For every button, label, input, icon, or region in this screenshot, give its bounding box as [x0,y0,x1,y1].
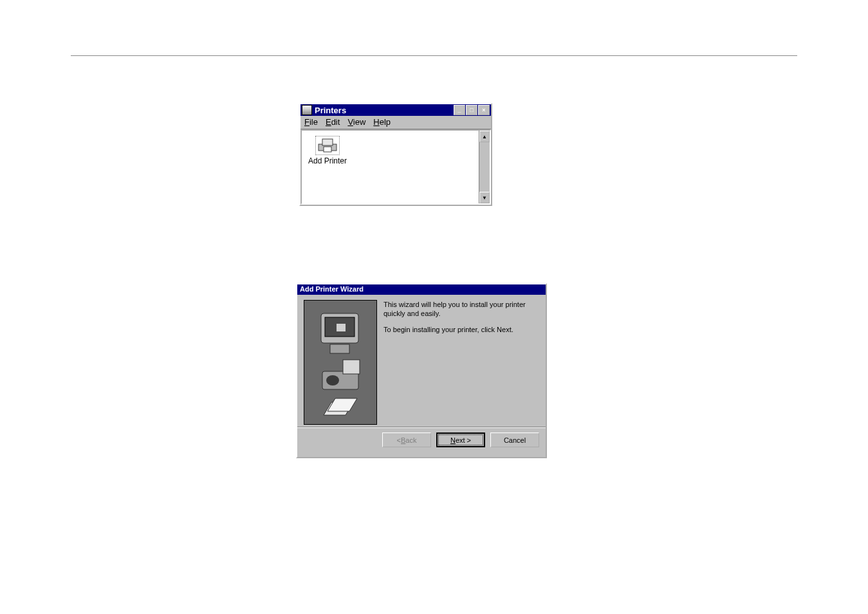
scroll-down-button[interactable]: ▼ [479,192,490,203]
wizard-button-row: < Back Next > Cancel [297,427,546,447]
printers-window: Printers _ □ × File Edit View Help [299,103,492,206]
menu-file[interactable]: File [304,117,318,127]
add-printer-label: Add Printer [308,156,347,165]
svg-rect-1 [322,139,333,145]
svg-rect-9 [343,360,360,374]
printers-menu-bar: File Edit View Help [300,116,491,129]
wizard-body-text: This wizard will help you to install you… [383,300,539,423]
add-printer-icon [315,136,340,155]
add-printer-item[interactable]: Add Printer [302,131,353,203]
page-header-rule [71,55,797,56]
add-printer-wizard-dialog: Add Printer Wizard [296,283,547,458]
cancel-button[interactable]: Cancel [490,433,539,447]
back-button: < Back [382,433,431,447]
svg-rect-2 [324,147,331,152]
wizard-title-bar[interactable]: Add Printer Wizard [297,284,546,295]
wizard-intro-line2: To begin installing your printer, click … [383,325,539,334]
svg-point-10 [326,375,339,386]
menu-view[interactable]: View [347,117,365,127]
printers-title-icon [302,105,312,115]
vertical-scrollbar[interactable]: ▲ ▼ [479,131,490,203]
svg-rect-7 [330,344,349,353]
menu-edit[interactable]: Edit [326,117,340,127]
scroll-up-button[interactable]: ▲ [479,131,490,142]
maximize-button[interactable]: □ [466,105,477,115]
wizard-side-image [304,300,377,425]
next-button[interactable]: Next > [436,433,485,447]
printers-client-area: Add Printer ▲ ▼ [300,129,491,205]
printers-window-title: Printers [315,106,346,115]
wizard-intro-line1: This wizard will help you to install you… [383,300,539,319]
minimize-button[interactable]: _ [454,105,465,115]
printers-title-bar[interactable]: Printers _ □ × [300,104,491,116]
close-button[interactable]: × [478,105,490,115]
menu-help[interactable]: Help [373,117,391,127]
svg-rect-6 [337,324,346,331]
